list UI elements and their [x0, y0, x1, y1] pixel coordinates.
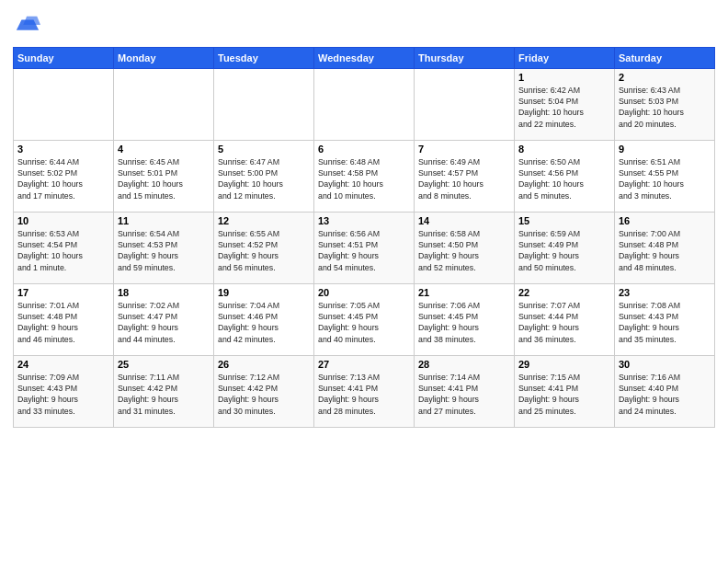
day-info: Sunrise: 6:54 AMSunset: 4:53 PMDaylight:… — [118, 228, 210, 273]
day-number: 4 — [118, 144, 210, 155]
day-number: 22 — [518, 287, 610, 298]
day-number: 8 — [518, 144, 610, 155]
day-info: Sunrise: 6:53 AMSunset: 4:54 PMDaylight:… — [17, 228, 109, 273]
calendar-cell: 12Sunrise: 6:55 AMSunset: 4:52 PMDayligh… — [214, 212, 314, 283]
calendar-cell: 23Sunrise: 7:08 AMSunset: 4:43 PMDayligh… — [615, 283, 715, 355]
day-number: 11 — [118, 215, 210, 226]
day-info: Sunrise: 6:44 AMSunset: 5:02 PMDaylight:… — [17, 156, 109, 201]
calendar-cell: 27Sunrise: 7:13 AMSunset: 4:41 PMDayligh… — [314, 355, 415, 427]
page-header — [13, 9, 715, 43]
calendar-cell: 5Sunrise: 6:47 AMSunset: 5:00 PMDaylight… — [214, 140, 314, 212]
calendar-cell — [114, 68, 214, 140]
calendar-cell: 11Sunrise: 6:54 AMSunset: 4:53 PMDayligh… — [114, 212, 214, 283]
day-number: 14 — [418, 215, 510, 226]
day-number: 3 — [17, 144, 109, 155]
day-info: Sunrise: 7:02 AMSunset: 4:47 PMDaylight:… — [118, 300, 210, 345]
weekday-header-row: SundayMondayTuesdayWednesdayThursdayFrid… — [14, 47, 715, 68]
calendar-cell: 6Sunrise: 6:48 AMSunset: 4:58 PMDaylight… — [314, 140, 415, 212]
day-number: 12 — [218, 215, 310, 226]
day-number: 10 — [17, 215, 109, 226]
day-info: Sunrise: 6:49 AMSunset: 4:57 PMDaylight:… — [418, 156, 510, 201]
week-row-2: 3Sunrise: 6:44 AMSunset: 5:02 PMDaylight… — [14, 140, 715, 212]
calendar-cell: 14Sunrise: 6:58 AMSunset: 4:50 PMDayligh… — [415, 212, 515, 283]
week-row-3: 10Sunrise: 6:53 AMSunset: 4:54 PMDayligh… — [14, 212, 715, 283]
weekday-header-wednesday: Wednesday — [314, 47, 415, 68]
day-number: 13 — [318, 215, 410, 226]
logo — [13, 13, 40, 43]
day-number: 18 — [118, 287, 210, 298]
day-info: Sunrise: 7:16 AMSunset: 4:40 PMDaylight:… — [619, 372, 711, 417]
calendar-cell: 24Sunrise: 7:09 AMSunset: 4:43 PMDayligh… — [14, 355, 114, 427]
calendar-cell: 13Sunrise: 6:56 AMSunset: 4:51 PMDayligh… — [314, 212, 415, 283]
day-info: Sunrise: 7:06 AMSunset: 4:45 PMDaylight:… — [418, 300, 510, 345]
calendar-table: SundayMondayTuesdayWednesdayThursdayFrid… — [13, 47, 715, 428]
calendar-cell: 25Sunrise: 7:11 AMSunset: 4:42 PMDayligh… — [114, 355, 214, 427]
calendar-cell — [14, 68, 114, 140]
day-number: 7 — [418, 144, 510, 155]
calendar-cell: 3Sunrise: 6:44 AMSunset: 5:02 PMDaylight… — [14, 140, 114, 212]
calendar-cell: 19Sunrise: 7:04 AMSunset: 4:46 PMDayligh… — [214, 283, 314, 355]
calendar-cell: 4Sunrise: 6:45 AMSunset: 5:01 PMDaylight… — [114, 140, 214, 212]
calendar-cell: 7Sunrise: 6:49 AMSunset: 4:57 PMDaylight… — [415, 140, 515, 212]
day-info: Sunrise: 7:08 AMSunset: 4:43 PMDaylight:… — [619, 300, 711, 345]
weekday-header-monday: Monday — [114, 47, 214, 68]
day-number: 26 — [218, 359, 310, 370]
week-row-4: 17Sunrise: 7:01 AMSunset: 4:48 PMDayligh… — [14, 283, 715, 355]
day-info: Sunrise: 7:09 AMSunset: 4:43 PMDaylight:… — [17, 372, 109, 417]
day-info: Sunrise: 6:43 AMSunset: 5:03 PMDaylight:… — [619, 85, 711, 130]
week-row-1: 1Sunrise: 6:42 AMSunset: 5:04 PMDaylight… — [14, 68, 715, 140]
calendar-cell: 30Sunrise: 7:16 AMSunset: 4:40 PMDayligh… — [615, 355, 715, 427]
calendar-cell — [314, 68, 415, 140]
calendar-cell: 9Sunrise: 6:51 AMSunset: 4:55 PMDaylight… — [615, 140, 715, 212]
weekday-header-sunday: Sunday — [14, 47, 114, 68]
calendar-cell — [214, 68, 314, 140]
day-info: Sunrise: 7:04 AMSunset: 4:46 PMDaylight:… — [218, 300, 310, 345]
weekday-header-friday: Friday — [515, 47, 615, 68]
calendar-cell: 29Sunrise: 7:15 AMSunset: 4:41 PMDayligh… — [515, 355, 615, 427]
day-info: Sunrise: 6:45 AMSunset: 5:01 PMDaylight:… — [118, 156, 210, 201]
day-number: 17 — [17, 287, 109, 298]
day-number: 19 — [218, 287, 310, 298]
svg-marker-1 — [23, 17, 40, 25]
day-info: Sunrise: 6:56 AMSunset: 4:51 PMDaylight:… — [318, 228, 410, 273]
day-info: Sunrise: 7:12 AMSunset: 4:42 PMDaylight:… — [218, 372, 310, 417]
day-number: 29 — [518, 359, 610, 370]
day-number: 15 — [518, 215, 610, 226]
weekday-header-tuesday: Tuesday — [214, 47, 314, 68]
day-info: Sunrise: 6:59 AMSunset: 4:49 PMDaylight:… — [518, 228, 610, 273]
calendar-cell: 15Sunrise: 6:59 AMSunset: 4:49 PMDayligh… — [515, 212, 615, 283]
weekday-header-thursday: Thursday — [415, 47, 515, 68]
day-number: 5 — [218, 144, 310, 155]
day-number: 6 — [318, 144, 410, 155]
day-number: 30 — [619, 359, 711, 370]
day-number: 27 — [318, 359, 410, 370]
day-info: Sunrise: 7:13 AMSunset: 4:41 PMDaylight:… — [318, 372, 410, 417]
day-info: Sunrise: 6:58 AMSunset: 4:50 PMDaylight:… — [418, 228, 510, 273]
calendar-cell: 20Sunrise: 7:05 AMSunset: 4:45 PMDayligh… — [314, 283, 415, 355]
page-container: SundayMondayTuesdayWednesdayThursdayFrid… — [0, 0, 728, 435]
calendar-cell: 17Sunrise: 7:01 AMSunset: 4:48 PMDayligh… — [14, 283, 114, 355]
calendar-cell: 16Sunrise: 7:00 AMSunset: 4:48 PMDayligh… — [615, 212, 715, 283]
day-info: Sunrise: 7:11 AMSunset: 4:42 PMDaylight:… — [118, 372, 210, 417]
calendar-cell: 26Sunrise: 7:12 AMSunset: 4:42 PMDayligh… — [214, 355, 314, 427]
calendar-cell: 1Sunrise: 6:42 AMSunset: 5:04 PMDaylight… — [515, 68, 615, 140]
calendar-cell: 28Sunrise: 7:14 AMSunset: 4:41 PMDayligh… — [415, 355, 515, 427]
day-info: Sunrise: 6:47 AMSunset: 5:00 PMDaylight:… — [218, 156, 310, 201]
day-info: Sunrise: 7:00 AMSunset: 4:48 PMDaylight:… — [619, 228, 711, 273]
day-number: 2 — [619, 72, 711, 83]
calendar-cell: 10Sunrise: 6:53 AMSunset: 4:54 PMDayligh… — [14, 212, 114, 283]
day-number: 16 — [619, 215, 711, 226]
day-info: Sunrise: 6:55 AMSunset: 4:52 PMDaylight:… — [218, 228, 310, 273]
day-info: Sunrise: 7:14 AMSunset: 4:41 PMDaylight:… — [418, 372, 510, 417]
calendar-cell: 8Sunrise: 6:50 AMSunset: 4:56 PMDaylight… — [515, 140, 615, 212]
day-info: Sunrise: 6:51 AMSunset: 4:55 PMDaylight:… — [619, 156, 711, 201]
day-number: 24 — [17, 359, 109, 370]
day-number: 20 — [318, 287, 410, 298]
weekday-header-saturday: Saturday — [615, 47, 715, 68]
calendar-cell: 18Sunrise: 7:02 AMSunset: 4:47 PMDayligh… — [114, 283, 214, 355]
calendar-cell: 21Sunrise: 7:06 AMSunset: 4:45 PMDayligh… — [415, 283, 515, 355]
day-number: 9 — [619, 144, 711, 155]
day-info: Sunrise: 6:48 AMSunset: 4:58 PMDaylight:… — [318, 156, 410, 201]
calendar-cell: 22Sunrise: 7:07 AMSunset: 4:44 PMDayligh… — [515, 283, 615, 355]
day-number: 28 — [418, 359, 510, 370]
